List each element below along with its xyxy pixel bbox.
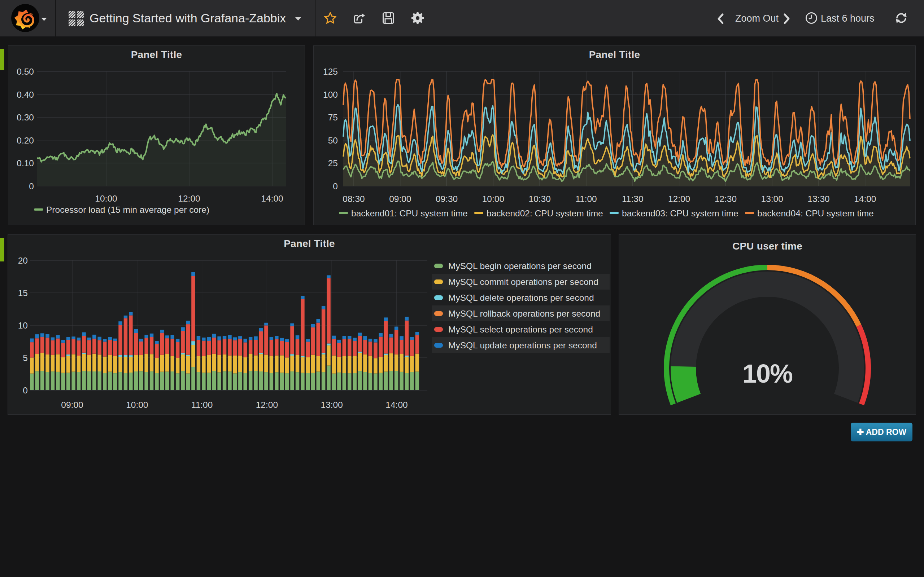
svg-text:0.20: 0.20 [16, 135, 34, 145]
svg-text:14:00: 14:00 [386, 400, 407, 410]
svg-text:10:00: 10:00 [482, 194, 504, 204]
svg-text:100: 100 [323, 90, 338, 100]
svg-text:09:00: 09:00 [61, 400, 83, 410]
svg-text:11:00: 11:00 [575, 194, 597, 204]
svg-text:125: 125 [323, 67, 338, 76]
svg-text:0: 0 [23, 385, 28, 395]
svg-text:14:00: 14:00 [261, 193, 283, 203]
svg-text:50: 50 [328, 135, 338, 145]
svg-text:11:30: 11:30 [622, 194, 643, 204]
svg-text:MySQL rollback operations per: MySQL rollback operations per second [448, 309, 600, 318]
svg-text:12:00: 12:00 [178, 193, 200, 203]
svg-text:08:30: 08:30 [342, 194, 365, 204]
svg-text:13:30: 13:30 [808, 194, 829, 204]
svg-text:Processor load (15 min average: Processor load (15 min average per core) [46, 205, 209, 214]
svg-text:0: 0 [333, 181, 338, 191]
svg-text:MySQL begin operations per sec: MySQL begin operations per second [448, 261, 591, 271]
svg-text:15: 15 [18, 288, 28, 298]
svg-text:10: 10 [18, 321, 28, 330]
svg-text:13:00: 13:00 [761, 194, 783, 204]
svg-text:10:00: 10:00 [95, 193, 117, 203]
svg-text:MySQL commit operations per se: MySQL commit operations per second [448, 277, 598, 287]
svg-text:backend01: CPU system time: backend01: CPU system time [351, 208, 468, 218]
svg-text:09:30: 09:30 [436, 194, 458, 204]
svg-text:MySQL update operations per se: MySQL update operations per second [448, 340, 597, 350]
svg-text:09:00: 09:00 [389, 194, 411, 204]
svg-text:backend04: CPU system time: backend04: CPU system time [757, 208, 874, 218]
svg-text:10:30: 10:30 [529, 194, 551, 204]
svg-text:0.10: 0.10 [16, 158, 34, 168]
svg-text:10:00: 10:00 [126, 400, 148, 410]
svg-text:12:00: 12:00 [256, 400, 278, 410]
svg-text:0.30: 0.30 [16, 113, 34, 122]
svg-text:backend03: CPU system time: backend03: CPU system time [622, 208, 738, 218]
svg-text:75: 75 [328, 113, 338, 122]
svg-text:25: 25 [328, 158, 338, 168]
svg-text:MySQL select operations per se: MySQL select operations per second [448, 324, 593, 334]
svg-text:12:00: 12:00 [668, 194, 690, 204]
svg-text:10%: 10% [743, 359, 793, 388]
svg-text:11:00: 11:00 [191, 400, 213, 410]
svg-text:20: 20 [18, 256, 28, 266]
svg-text:12:30: 12:30 [715, 194, 737, 204]
svg-text:13:00: 13:00 [321, 400, 343, 410]
svg-text:0.50: 0.50 [16, 67, 34, 76]
svg-text:14:00: 14:00 [854, 194, 876, 204]
svg-text:MySQL delete operations per se: MySQL delete operations per second [448, 293, 594, 303]
svg-text:backend02: CPU system time: backend02: CPU system time [486, 208, 603, 218]
svg-text:0.40: 0.40 [16, 90, 34, 100]
svg-text:0: 0 [29, 181, 34, 191]
svg-text:5: 5 [23, 353, 28, 363]
